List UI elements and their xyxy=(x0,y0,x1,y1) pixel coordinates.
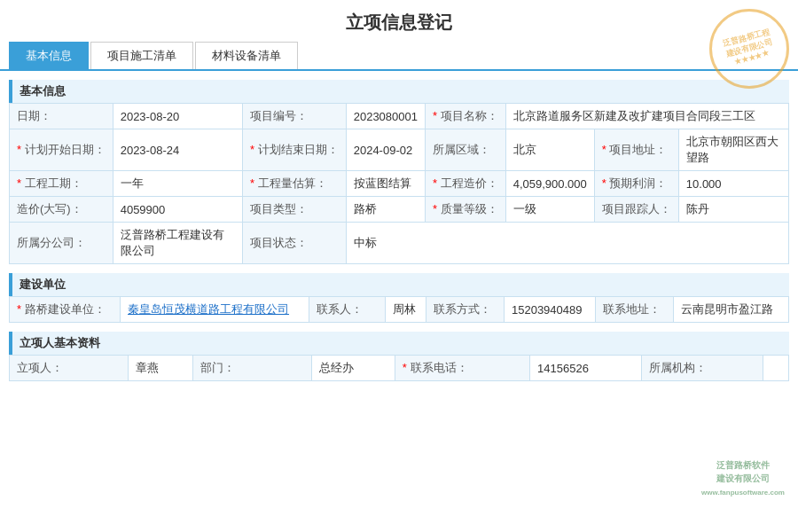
label-project-no: 项目编号： xyxy=(243,104,347,129)
tab-construction[interactable]: 项目施工清单 xyxy=(90,42,193,69)
basic-info-table: 日期： 2023-08-20 项目编号： 2023080001 项目名称： 北京… xyxy=(9,103,789,264)
value-project-type: 路桥 xyxy=(346,197,425,223)
label-region: 所属区域： xyxy=(426,129,506,171)
value-founder: 章燕 xyxy=(129,356,192,381)
value-builder[interactable]: 秦皇岛恒茂横道路工程有限公司 xyxy=(121,297,309,323)
construction-unit-header: 建设单位 xyxy=(9,273,789,296)
value-contact-addr: 云南昆明市盈江路 xyxy=(674,297,789,323)
value-address: 北京市朝阳区西大望路 xyxy=(678,129,788,171)
value-region: 北京 xyxy=(505,129,594,171)
label-contact: 联系人： xyxy=(309,297,386,323)
construction-unit-table: 路桥建设单位： 秦皇岛恒茂横道路工程有限公司 联系人： 周林 联系方式： 152… xyxy=(9,296,789,323)
tab-bar: 基本信息 项目施工清单 材料设备清单 xyxy=(0,42,798,71)
table-row: 所属分公司： 泛普路桥工程建设有限公司 项目状态： 中标 xyxy=(10,223,789,264)
label-quality: 质量等级： xyxy=(426,197,506,223)
table-row: 计划开始日期： 2023-08-24 计划结束日期： 2024-09-02 所属… xyxy=(10,129,789,171)
basic-info-section: 基本信息 日期： 2023-08-20 项目编号： 2023080001 项目名… xyxy=(9,80,789,264)
label-status: 项目状态： xyxy=(243,223,347,264)
label-contact-method: 联系方式： xyxy=(426,297,505,323)
table-row: 路桥建设单位： 秦皇岛恒茂横道路工程有限公司 联系人： 周林 联系方式： 152… xyxy=(10,297,789,323)
label-subsidiary: 所属分公司： xyxy=(10,223,113,264)
table-row: 造价(大写)： 4059900 项目类型： 路桥 质量等级： 一级 项目跟踪人：… xyxy=(10,197,789,223)
project-person-section: 立项人基本资料 立项人： 章燕 部门： 总经办 联系电话： 14156526 所… xyxy=(9,332,789,381)
project-person-table: 立项人： 章燕 部门： 总经办 联系电话： 14156526 所属机构： xyxy=(9,355,789,381)
value-dept: 总经办 xyxy=(311,356,395,381)
table-row: 日期： 2023-08-20 项目编号： 2023080001 项目名称： 北京… xyxy=(10,104,789,129)
value-date: 2023-08-20 xyxy=(113,104,242,129)
label-founder: 立项人： xyxy=(10,356,129,381)
label-cost: 工程造价： xyxy=(426,171,506,197)
label-tracker: 项目跟踪人： xyxy=(594,197,678,223)
table-row: 立项人： 章燕 部门： 总经办 联系电话： 14156526 所属机构： xyxy=(10,356,789,381)
value-tracker: 陈丹 xyxy=(678,197,788,223)
value-project-name: 北京路道服务区新建及改扩建项目合同段三工区 xyxy=(505,104,788,129)
construction-unit-section: 建设单位 路桥建设单位： 秦皇岛恒茂横道路工程有限公司 联系人： 周林 联系方式… xyxy=(9,273,789,323)
value-profit: 10.000 xyxy=(678,171,788,197)
label-dept: 部门： xyxy=(192,356,311,381)
label-contact-addr: 联系地址： xyxy=(596,297,674,323)
label-project-type: 项目类型： xyxy=(243,197,347,223)
label-profit: 预期利润： xyxy=(594,171,678,197)
value-cost-chinese: 4059900 xyxy=(113,197,242,223)
label-cost-chinese: 造价(大写)： xyxy=(10,197,113,223)
value-cost: 4,059,900.000 xyxy=(505,171,594,197)
value-contact-method: 15203940489 xyxy=(504,297,595,323)
label-duration: 工程工期： xyxy=(10,171,113,197)
label-project-name: 项目名称： xyxy=(426,104,506,129)
label-phone: 联系电话： xyxy=(395,356,529,381)
value-duration: 一年 xyxy=(113,171,242,197)
label-start-date: 计划开始日期： xyxy=(10,129,113,171)
label-org: 所属机构： xyxy=(641,356,763,381)
table-row: 工程工期： 一年 工程量估算： 按蓝图结算 工程造价： 4,059,900.00… xyxy=(10,171,789,197)
watermark-bottom: 泛普路桥软件建设有限公司www.fanpusoftware.com xyxy=(699,458,787,507)
value-status: 中标 xyxy=(346,223,788,264)
label-date: 日期： xyxy=(10,104,113,129)
value-org xyxy=(763,356,789,381)
tab-materials[interactable]: 材料设备清单 xyxy=(195,42,298,69)
value-end-date: 2024-09-02 xyxy=(346,129,425,171)
value-start-date: 2023-08-24 xyxy=(113,129,242,171)
value-contact: 周林 xyxy=(386,297,426,323)
label-estimate: 工程量估算： xyxy=(243,171,347,197)
value-estimate: 按蓝图结算 xyxy=(346,171,425,197)
value-phone: 14156526 xyxy=(530,356,642,381)
label-address: 项目地址： xyxy=(594,129,678,171)
basic-info-header: 基本信息 xyxy=(9,80,789,103)
value-project-no: 2023080001 xyxy=(346,104,425,129)
tab-basic[interactable]: 基本信息 xyxy=(9,42,89,69)
value-subsidiary: 泛普路桥工程建设有限公司 xyxy=(113,223,242,264)
value-quality: 一级 xyxy=(505,197,594,223)
watermark-bottom-text: 泛普路桥软件建设有限公司www.fanpusoftware.com xyxy=(699,458,787,498)
label-end-date: 计划结束日期： xyxy=(243,129,347,171)
project-person-header: 立项人基本资料 xyxy=(9,332,789,355)
page-title: 立项信息登记 xyxy=(0,0,798,42)
label-builder: 路桥建设单位： xyxy=(10,297,121,323)
